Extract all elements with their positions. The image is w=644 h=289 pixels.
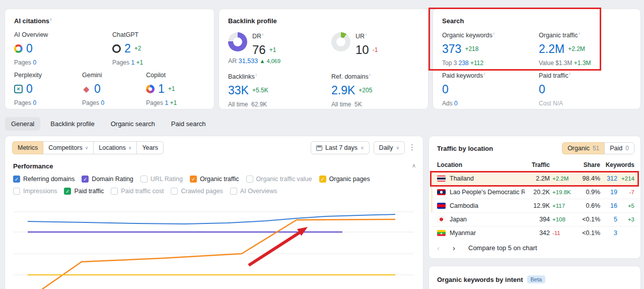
- laos-flag-icon: [437, 189, 446, 195]
- series-organic-traffic: [40, 219, 395, 289]
- unchecked-checkbox-icon: [246, 176, 253, 183]
- organic-paid-toggle: Organic51 Paid0: [562, 142, 634, 154]
- info-icon[interactable]: i: [262, 32, 263, 37]
- chatgpt-stat: ChatGPT 2+2 Pages 1 +1: [112, 31, 143, 66]
- ai-citations-title: AI citationsi: [14, 17, 51, 25]
- paid-keywords-stat: Paid keywordsi 0 Ads 0: [442, 72, 485, 107]
- copilot-stat: Copilot 1+1 Pages 1 +1: [146, 72, 177, 106]
- chart-filter-group: Metrics Competitors∨ Locations∨ Years: [12, 141, 164, 154]
- info-icon[interactable]: i: [579, 31, 580, 36]
- collapse-chevron-icon[interactable]: ∧: [412, 162, 416, 169]
- organic-keywords-stat: Organic keywordsi 373+218 Top 3 238 +112: [442, 31, 494, 67]
- next-page-icon[interactable]: ›: [453, 244, 455, 252]
- legend-checkbox-paid-traffic-cost[interactable]: Paid traffic cost: [111, 188, 164, 195]
- organic-toggle[interactable]: Organic51: [562, 142, 604, 154]
- info-icon[interactable]: i: [493, 31, 494, 36]
- legend-checkbox-referring-domains[interactable]: ✓Referring domains: [13, 176, 75, 183]
- cambodia-flag-icon: [437, 203, 446, 209]
- legend-checkbox-organic-pages[interactable]: ✓Organic pages: [319, 176, 370, 183]
- ur-donut: [331, 32, 350, 51]
- thailand-flag-icon: [437, 176, 446, 182]
- traffic-by-location-title: Traffic by location: [437, 145, 493, 152]
- location-table-header: Location Traffic Share Keywords: [431, 158, 638, 171]
- legend-checkbox-organic-traffic[interactable]: ✓Organic traffic: [190, 176, 239, 183]
- legend-checkbox-impressions[interactable]: Impressions: [13, 188, 57, 195]
- chatgpt-icon: [112, 44, 121, 53]
- search-card: Search Organic keywordsi 373+218 Top 3 2…: [433, 9, 640, 109]
- tab-general[interactable]: General: [5, 117, 40, 131]
- perplexity-icon: ×: [14, 85, 23, 93]
- legend-checkbox-domain-rating[interactable]: ✓Domain Rating: [82, 176, 133, 183]
- table-row-cambodia[interactable]: Cambodia 12.9K +117 0.6% 16 +5: [431, 199, 638, 212]
- perplexity-stat: Perplexity ×0 Pages 0: [14, 72, 42, 106]
- chevron-down-icon: ∨: [128, 145, 132, 150]
- kebab-menu-icon[interactable]: ⋮: [408, 143, 416, 152]
- chevron-down-icon: ∨: [396, 145, 399, 150]
- unchecked-checkbox-icon: [140, 176, 148, 183]
- legend-checkbox-ai-overviews[interactable]: AI Overviews: [230, 188, 277, 195]
- info-icon[interactable]: i: [50, 17, 51, 22]
- info-icon[interactable]: i: [256, 73, 257, 77]
- info-icon[interactable]: i: [370, 73, 371, 77]
- backlink-profile-card: Backlink profile DRi 76+1 AR 31,533 ▲ 4,…: [219, 9, 428, 109]
- table-row-japan[interactable]: Japan 394 +108 <0.1% 5 +3: [431, 212, 638, 226]
- tab-organic-search[interactable]: Organic search: [105, 117, 161, 131]
- tab-backlink-profile[interactable]: Backlink profile: [44, 117, 100, 131]
- compare-top5-link[interactable]: Compare top 5 on chart: [468, 244, 537, 252]
- copilot-icon: [146, 85, 155, 93]
- dr-donut: [228, 32, 247, 51]
- legend-checkbox-paid-traffic[interactable]: ✓Paid traffic: [64, 188, 104, 195]
- unchecked-checkbox-icon: [111, 188, 118, 195]
- info-icon[interactable]: i: [366, 32, 367, 37]
- calendar-icon: [316, 145, 322, 151]
- gemini-icon: ◆: [82, 85, 91, 93]
- ur-stat: URi 10-1: [355, 32, 378, 61]
- performance-card: Metrics Competitors∨ Locations∨ Years La…: [5, 136, 423, 289]
- dr-stat: DRi 76+1: [252, 32, 276, 61]
- keywords-by-intent-card: Organic keywords by intent Beta: [429, 266, 640, 289]
- beta-badge: Beta: [527, 275, 546, 283]
- years-button[interactable]: Years: [137, 141, 164, 154]
- unchecked-checkbox-icon: [230, 188, 237, 195]
- competitors-dropdown[interactable]: Competitors∨: [43, 141, 94, 154]
- chevron-down-icon: ∨: [361, 145, 364, 150]
- google-icon: [14, 44, 23, 53]
- japan-flag-icon: [437, 216, 446, 222]
- search-title: Search: [442, 17, 464, 25]
- info-icon[interactable]: i: [484, 72, 485, 76]
- legend-checkbox-crawled-pages[interactable]: Crawled pages: [171, 188, 223, 195]
- gemini-stat: Gemini ◆0 Pages 0: [82, 72, 104, 106]
- keywords-by-intent-title: Organic keywords by intent: [437, 276, 523, 283]
- ai-citations-card: AI citationsi AI Overview 0 Pages 0 Chat…: [5, 9, 214, 109]
- performance-chart[interactable]: [11, 200, 417, 289]
- table-row-laos[interactable]: Lao People's Democratic Reput 20.2K +19.…: [431, 185, 638, 199]
- traffic-by-location-card: Traffic by location Organic51 Paid0 Loca…: [429, 136, 640, 258]
- granularity-dropdown[interactable]: Daily∨: [374, 141, 405, 154]
- prev-page-icon[interactable]: ‹: [437, 244, 440, 252]
- backlink-profile-title: Backlink profile: [228, 17, 277, 25]
- checked-checkbox-icon: ✓: [190, 176, 197, 183]
- info-icon[interactable]: i: [569, 72, 570, 76]
- section-tabs: General Backlink profile Organic search …: [5, 117, 212, 131]
- annotation-arrow: [249, 230, 304, 265]
- table-row-thailand[interactable]: Thailand 2.2M +2.2M 98.4% 312 +214: [431, 171, 638, 185]
- locations-dropdown[interactable]: Locations∨: [94, 141, 137, 154]
- unchecked-checkbox-icon: [13, 188, 20, 195]
- performance-title: Performance: [13, 162, 53, 170]
- metric-legend: ✓Referring domains✓Domain RatingURL Rati…: [13, 176, 416, 195]
- organic-traffic-stat: Organic traffici 2.2M+2.2M Value $1.3M +…: [539, 31, 591, 67]
- legend-checkbox-url-rating[interactable]: URL Rating: [140, 176, 183, 183]
- checked-checkbox-icon: ✓: [64, 188, 71, 195]
- location-table: Location Traffic Share Keywords Thailand…: [431, 158, 638, 240]
- legend-checkbox-organic-traffic-value[interactable]: Organic traffic value: [246, 176, 312, 183]
- myanmar-flag-icon: ★: [437, 230, 446, 236]
- table-row-myanmar[interactable]: ★Myanmar 342 -11 <0.1% 3: [431, 226, 638, 240]
- paid-toggle[interactable]: Paid0: [604, 142, 634, 154]
- ar-stat: AR 31,533 ▲ 4,069: [228, 57, 280, 65]
- date-range-dropdown[interactable]: Last 7 days∨: [311, 141, 370, 154]
- checked-checkbox-icon: ✓: [13, 176, 20, 183]
- tab-paid-search[interactable]: Paid search: [165, 117, 212, 131]
- date-controls: Last 7 days∨ Daily∨: [311, 141, 405, 154]
- metrics-button[interactable]: Metrics: [12, 141, 43, 154]
- checked-checkbox-icon: ✓: [82, 176, 89, 183]
